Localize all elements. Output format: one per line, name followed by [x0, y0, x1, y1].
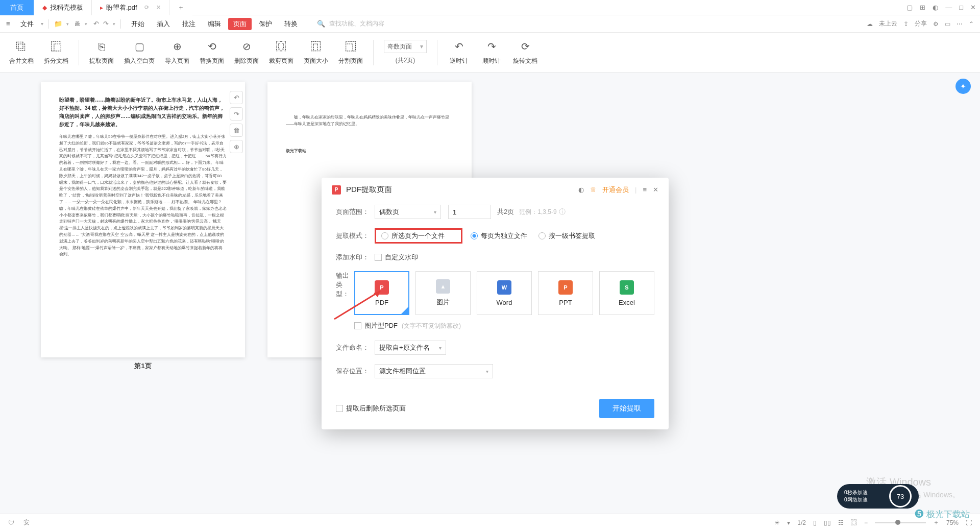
fname-select[interactable]: 提取自+原文件名▾ [375, 341, 446, 355]
zoom-slider[interactable] [875, 522, 926, 523]
file-menu[interactable]: 文件 [15, 18, 39, 30]
menu-page[interactable]: 页面 [228, 18, 252, 30]
import-button[interactable]: ⊕导入页面 [165, 39, 189, 65]
start-extract-button[interactable]: 开始提取 [599, 399, 654, 418]
trash-icon[interactable]: 🗑 [230, 124, 243, 137]
maximize-icon[interactable]: □ [959, 4, 963, 11]
page-select[interactable]: 奇数页面▾ [384, 40, 427, 53]
security-icon[interactable]: 🛡 [8, 519, 14, 526]
fab-button[interactable]: ✦ [955, 79, 971, 94]
extract-button[interactable]: ⎘提取页面 [89, 39, 114, 65]
dialog-pdf-icon: P [332, 185, 341, 195]
security-label: 安 [23, 518, 30, 527]
splitpg-button[interactable]: ⿹分割页面 [338, 39, 363, 65]
zoom-icon[interactable]: ⊕ [230, 140, 243, 153]
gear-icon[interactable]: ⚙ [933, 20, 939, 28]
print-icon[interactable]: 🖶 [74, 20, 81, 28]
ccw-button[interactable]: ↶逆时针 [448, 39, 470, 65]
search-icon[interactable]: 🔍 [317, 20, 325, 28]
chevron-down-icon[interactable]: ▾ [787, 519, 790, 526]
menu-annotate[interactable]: 批注 [177, 18, 201, 30]
cloud-status[interactable]: 未上云 [879, 19, 897, 28]
size-button[interactable]: ⿵页面大小 [304, 39, 328, 65]
redo-icon[interactable]: ↷ [103, 20, 109, 28]
radio-each-file[interactable]: 每页为独立文件 [471, 231, 527, 240]
search-input[interactable]: 查找功能、文档内容 [329, 19, 384, 28]
chevron-down-icon[interactable]: ▾ [66, 21, 69, 27]
split-button[interactable]: ⿸拆分文档 [44, 39, 68, 65]
collapse-icon[interactable]: ⌃ [969, 20, 974, 28]
share-label[interactable]: 分享 [915, 19, 927, 28]
info-icon[interactable]: ⓘ [559, 207, 566, 216]
layout2-icon[interactable]: ⊞ [920, 4, 925, 11]
delete-icon: ⊘ [239, 39, 254, 54]
rotate-button[interactable]: ⟳旋转文档 [513, 39, 537, 65]
two-page-icon[interactable]: ▯▯ [824, 519, 831, 526]
close-window-icon[interactable]: ✕ [970, 4, 976, 11]
tab-close-icon[interactable]: ✕ [156, 4, 161, 11]
menu-icon[interactable]: ≡ [643, 186, 647, 194]
layout1-icon[interactable]: ▢ [906, 4, 913, 11]
vip-link[interactable]: 开通会员 [602, 185, 629, 195]
otype-excel[interactable]: SExcel [599, 271, 654, 315]
radio-one-file[interactable]: 所选页为一个文件 [381, 231, 445, 240]
row-watermark: 添加水印： 自定义水印 [336, 253, 654, 262]
chevron-down-icon[interactable]: ▾ [41, 21, 43, 27]
tab-home[interactable]: 首页 [0, 0, 34, 15]
speed-gauge: 73 [889, 485, 912, 508]
hamburger-icon[interactable]: ≡ [6, 20, 10, 28]
delete-button[interactable]: ⊘删除页面 [234, 39, 259, 65]
cloud-icon[interactable]: ☁ [867, 20, 873, 28]
sun-icon[interactable]: ☀ [774, 519, 780, 526]
menu-start[interactable]: 开始 [126, 18, 150, 30]
menu-insert[interactable]: 插入 [152, 18, 175, 30]
rotate-cw-icon[interactable]: ↷ [230, 107, 243, 120]
dialog-close-icon[interactable]: ✕ [653, 186, 658, 194]
minimize-icon[interactable]: — [945, 4, 952, 11]
screen-icon[interactable]: ▭ [945, 20, 950, 28]
chevron-down-icon[interactable]: ▾ [85, 21, 87, 27]
range-input[interactable] [448, 205, 491, 219]
otype-ppt[interactable]: PPPT [538, 271, 593, 315]
menu-edit[interactable]: 编辑 [203, 18, 226, 30]
range-select[interactable]: 偶数页▾ [375, 205, 441, 219]
more-icon[interactable]: ⋯ [957, 20, 963, 28]
undo-icon[interactable]: ↶ [93, 20, 99, 28]
single-page-icon[interactable]: ▯ [813, 519, 817, 526]
save-label: 保存位置： [336, 367, 375, 376]
tab-add[interactable]: ＋ [169, 0, 192, 15]
share-icon[interactable]: ⇪ [903, 20, 909, 28]
wm-checkbox[interactable] [375, 254, 382, 261]
otype-image[interactable]: ▲图片 [415, 271, 471, 315]
merge-button[interactable]: ⿻合并文档 [9, 39, 34, 65]
open-icon[interactable]: 📁 [54, 20, 62, 28]
radio-bookmark[interactable]: 按一级书签提取 [538, 231, 595, 240]
blank-button[interactable]: ▢插入空白页 [124, 39, 155, 65]
otype-pdf[interactable]: PPDF [354, 271, 409, 315]
delafter-checkbox[interactable] [336, 405, 343, 412]
window-buttons: ▢ ⊞ ◐ — □ ✕ [906, 4, 980, 11]
row-save: 保存位置： 源文件相同位置▾ [336, 364, 654, 378]
page-indicator[interactable]: 1/2 [797, 519, 806, 526]
rotate-ccw-icon[interactable]: ↶ [230, 91, 243, 104]
crop-button[interactable]: ⿴裁剪页面 [269, 39, 293, 65]
replace-button[interactable]: ⟲替换页面 [200, 39, 224, 65]
menu-protect[interactable]: 保护 [254, 18, 277, 30]
chevron-down-icon[interactable]: ▾ [113, 21, 115, 27]
avatar-small-icon[interactable]: ◐ [578, 186, 584, 194]
speed-widget[interactable]: 0秒杀加速 0网络加速 73 [837, 484, 919, 509]
tab-templates[interactable]: ◆ 找稻壳模板 [34, 0, 92, 15]
cw-button[interactable]: ↷顺时针 [480, 39, 503, 65]
save-select[interactable]: 源文件相同位置▾ [375, 364, 493, 378]
tab-refresh-icon[interactable]: ⟳ [144, 4, 149, 11]
tab-document[interactable]: ▸ 盼望着.pdf ⟳ ✕ [92, 0, 169, 15]
fit-icon[interactable]: ⿴ [851, 519, 857, 526]
page-1[interactable]: ↶ ↷ 🗑 ⊕ 盼望着，盼望着……随着以盼的新年近了。街市上车水马龙，人山人海，… [41, 82, 245, 357]
continuous-icon[interactable]: ☷ [838, 519, 844, 526]
otype-word[interactable]: WWord [477, 271, 532, 315]
cw-icon: ↷ [484, 39, 499, 54]
imgpdf-checkbox[interactable] [354, 322, 361, 329]
avatar-icon[interactable]: ◐ [933, 4, 938, 11]
zoom-out-icon[interactable]: − [864, 519, 868, 526]
menu-convert[interactable]: 转换 [279, 18, 303, 30]
